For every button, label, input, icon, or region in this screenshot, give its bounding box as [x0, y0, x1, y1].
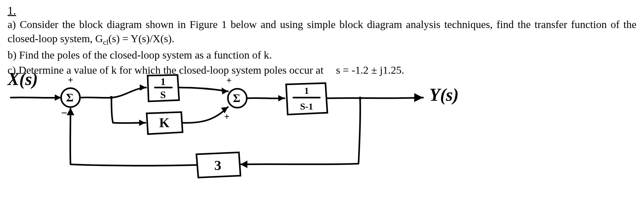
sum1-plus: +: [68, 75, 73, 85]
wire-sum1-out: [80, 97, 111, 98]
wire-feedback-left: [70, 109, 196, 166]
gcl-subscript: cl: [103, 38, 108, 46]
input-label: X(s): [7, 69, 38, 89]
arrow-to-block1: [140, 84, 146, 91]
wire-k-to-sum2: [183, 107, 228, 123]
wire-block1-to-sum2: [179, 88, 228, 91]
block2-num: 1: [304, 85, 309, 96]
question-text: a) Consider the block diagram shown in F…: [8, 17, 636, 78]
block1-num: 1: [161, 76, 166, 87]
part-a-text: a) Consider the block diagram shown in F…: [8, 19, 636, 45]
part-a: a) Consider the block diagram shown in F…: [8, 17, 636, 48]
arrow-to-k: [139, 120, 145, 126]
question-number: 1.: [8, 3, 636, 19]
sum1-minus: −: [61, 107, 67, 119]
block-diagram: X(s) Σ + − 1 S K: [8, 69, 527, 195]
block-k-label: K: [159, 116, 170, 130]
block-feedback-label: 3: [214, 158, 221, 173]
sum2-sigma: Σ: [233, 92, 240, 105]
arrow-to-block2: [278, 95, 285, 101]
wire-to-k: [111, 98, 145, 123]
arrow-block1-to-sum2: [222, 88, 228, 94]
block2-den: S-1: [300, 101, 313, 111]
sum2-plus-top: +: [226, 75, 232, 85]
arrow-input: [55, 94, 61, 101]
wire-output: [327, 98, 423, 98]
sum2-plus-bottom: +: [224, 111, 229, 122]
arrow-into-feedback-block: [240, 161, 247, 168]
sum1-sigma: Σ: [66, 91, 74, 104]
wire-input: [11, 97, 61, 98]
arrow-output: [414, 93, 423, 102]
output-label: Y(s): [429, 85, 459, 105]
arrow-feedback-into-sum1: [67, 108, 74, 115]
part-a-after: (s) = Y(s)/X(s).: [108, 33, 174, 44]
block1-den: S: [160, 89, 166, 100]
part-b: b) Find the poles of the closed-loop sys…: [8, 48, 636, 62]
